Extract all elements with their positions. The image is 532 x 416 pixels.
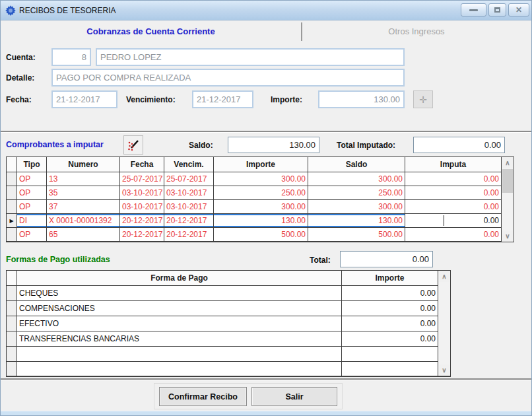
saldo-cell: 250.00 [308, 186, 405, 199]
comprobante-row[interactable]: OP3503-10-201703-10-2017250.00250.000.00 [7, 186, 501, 200]
total-imputado-field[interactable]: 0.00 [413, 137, 505, 153]
header-forma-de-pago: Forma de Pago [17, 271, 342, 285]
header-importe: Importe [342, 271, 438, 285]
scroll-up-icon[interactable]: ∧ [502, 157, 513, 168]
header-saldo: Saldo [308, 157, 405, 172]
formas-pago-rows: CHEQUES0.00COMPENSACIONES0.00EFECTIVO0.0… [7, 286, 438, 376]
row-indicator-cell [7, 172, 17, 186]
forma-de-pago-cell [17, 347, 342, 361]
tipo-cell: OP [17, 172, 47, 186]
forma-de-pago-cell [17, 362, 342, 376]
add-button[interactable]: ✛ [413, 90, 433, 108]
salir-button[interactable]: Salir [251, 387, 337, 406]
fecha-label: Fecha: [6, 95, 32, 104]
title-bar[interactable]: RECIBOS DE TESORERIA ✕ [1, 1, 531, 20]
fecha-field[interactable]: 21-12-2017 [51, 90, 117, 108]
row-indicator-cell [7, 347, 17, 361]
row-indicator-cell [7, 286, 17, 300]
header-fecha: Fecha [120, 157, 164, 172]
row-indicator-cell: ▶ [7, 214, 17, 227]
header-indicator [7, 271, 17, 285]
importe-cell[interactable]: 0.00 [342, 331, 438, 346]
scroll-up-icon[interactable]: ∧ [439, 271, 449, 282]
imputa-cell[interactable]: 0.00 [405, 200, 501, 213]
importe-cell[interactable]: 0.00 [342, 286, 438, 300]
forma-pago-row[interactable]: TRANSFERENCIAS BANCARIAS0.00 [7, 331, 438, 347]
forma-pago-row[interactable] [7, 362, 438, 376]
scroll-down-icon[interactable]: ∨ [439, 364, 449, 376]
imputa-cell[interactable]: 0.00 [405, 228, 501, 241]
window-title: RECIBOS DE TESORERIA [19, 6, 116, 15]
tipo-cell: DI [17, 214, 47, 227]
tipo-cell: OP [17, 200, 47, 213]
row-indicator-cell [7, 331, 17, 346]
cuenta-label: Cuenta: [6, 53, 36, 62]
detalle-field[interactable]: PAGO POR COMPRA REALIZADA [51, 69, 405, 87]
imputa-cell[interactable]: 0.00 [405, 172, 501, 186]
row-indicator-cell [7, 228, 17, 241]
saldo-label: Saldo: [189, 141, 213, 150]
comprobante-row[interactable]: ▶DIX 0001-0000139220-12-201720-12-201713… [7, 214, 501, 228]
comprobantes-rows: OP1325-07-201725-07-2017300.00300.000.00… [7, 172, 501, 242]
importe-field[interactable]: 130.00 [318, 90, 405, 108]
saldo-cell: 130.00 [308, 214, 405, 227]
importe-cell: 300.00 [214, 200, 308, 213]
importe-cell[interactable]: 0.00 [342, 301, 438, 316]
close-button[interactable]: ✕ [508, 3, 529, 17]
forma-pago-row[interactable] [7, 347, 438, 362]
importe-label: Importe: [271, 95, 302, 104]
comprobante-row[interactable]: OP6520-12-201720-12-2017500.00500.000.00 [7, 228, 501, 242]
vencim-cell: 25-07-2017 [164, 172, 214, 186]
fecha-cell: 20-12-2017 [120, 228, 164, 241]
importe-cell[interactable] [342, 362, 438, 376]
forma-pago-row[interactable]: COMPENSACIONES0.00 [7, 301, 438, 316]
forma-de-pago-cell: CHEQUES [17, 286, 342, 300]
vencimiento-field[interactable]: 21-12-2017 [192, 90, 253, 108]
auto-imputar-button[interactable] [123, 135, 143, 155]
scrollbar-thumb[interactable] [502, 169, 513, 193]
importe-cell[interactable]: 0.00 [342, 316, 438, 331]
tab-cobranzas-cuenta-corriente[interactable]: Cobranzas de Cuenta Corriente [1, 20, 301, 42]
tipo-cell: OP [17, 228, 47, 241]
total-field[interactable]: 0.00 [340, 251, 433, 267]
vencimiento-label: Vencimiento: [126, 95, 176, 104]
saldo-field[interactable]: 130.00 [228, 137, 319, 153]
formas-pago-scrollbar[interactable]: ∧ ∨ [438, 271, 450, 376]
cuenta-name-field[interactable]: PEDRO LOPEZ [96, 48, 405, 66]
imputa-cell[interactable]: 0.00 [405, 186, 501, 199]
forma-de-pago-cell: COMPENSACIONES [17, 301, 342, 316]
header-vencim: Vencim. [164, 157, 214, 172]
close-icon: ✕ [515, 5, 522, 15]
comprobantes-title: Comprobantes a imputar [6, 140, 104, 149]
numero-cell: 13 [47, 172, 120, 186]
edit-caret-divider [444, 215, 444, 226]
vencim-cell: 03-10-2017 [164, 200, 214, 213]
importe-cell: 250.00 [214, 186, 308, 199]
scroll-down-icon[interactable]: ∨ [502, 230, 513, 242]
cuenta-code-field[interactable]: 8 [51, 48, 91, 66]
tab-otros-ingresos[interactable]: Otros Ingresos [302, 20, 531, 42]
row-indicator-cell [7, 301, 17, 316]
confirmar-recibo-button[interactable]: Confirmar Recibo [159, 387, 247, 406]
formas-pago-table-header: Forma de Pago Importe [7, 271, 438, 286]
app-gear-icon [5, 5, 17, 17]
comprobante-row[interactable]: OP1325-07-201725-07-2017300.00300.000.00 [7, 172, 501, 186]
numero-cell: 35 [47, 186, 120, 199]
forma-pago-row[interactable]: CHEQUES0.00 [7, 286, 438, 301]
minimize-icon [469, 9, 478, 11]
section-divider-bottom [1, 378, 531, 380]
forma-pago-row[interactable]: EFECTIVO0.00 [7, 316, 438, 331]
maximize-button[interactable] [488, 3, 506, 17]
importe-cell[interactable] [342, 347, 438, 361]
saldo-cell: 500.00 [308, 228, 405, 241]
minimize-button[interactable] [461, 3, 486, 17]
comprobantes-scrollbar[interactable]: ∧ ∨ [501, 157, 514, 242]
numero-cell: X 0001-00001392 [47, 214, 120, 227]
saldo-cell: 300.00 [308, 172, 405, 186]
header-tipo: Tipo [17, 157, 47, 172]
importe-cell: 500.00 [214, 228, 308, 241]
comprobante-row[interactable]: OP3703-10-201703-10-2017300.00300.000.00 [7, 200, 501, 214]
magic-wand-icon [126, 138, 141, 153]
imputa-edit-cell[interactable]: 0.00 [405, 214, 501, 227]
vencim-cell: 20-12-2017 [164, 228, 214, 241]
